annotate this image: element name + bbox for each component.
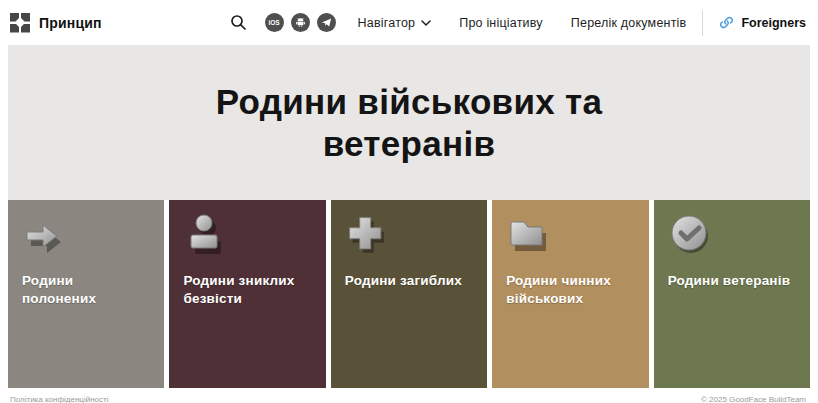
- link-icon: [719, 15, 734, 30]
- card-families-of-missing[interactable]: Родини зниклих безвісти: [169, 200, 325, 388]
- ios-badge-label: iOS: [268, 19, 279, 26]
- card-families-of-veterans[interactable]: Родини ветеранів: [654, 200, 810, 388]
- page-title: Родини військових та ветеранів: [144, 81, 674, 164]
- android-app-badge[interactable]: [291, 13, 310, 32]
- hero-section: Родини військових та ветеранів: [8, 45, 810, 200]
- card-families-of-fallen[interactable]: Родини загиблих: [331, 200, 487, 388]
- logo-squares-icon: [10, 13, 30, 33]
- foreigners-label: Foreigners: [741, 16, 806, 30]
- brand-logo[interactable]: Принцип: [10, 13, 102, 33]
- footer: Політика конфіденційності © 2025 GoodFac…: [0, 388, 818, 403]
- privacy-policy-link[interactable]: Політика конфіденційності: [10, 395, 108, 403]
- arrow-right-icon: [22, 213, 66, 257]
- main-nav: Навігатор Про ініціативу Перелік докумен…: [358, 16, 687, 30]
- card-label: Родини загиблих: [345, 272, 471, 290]
- folder-icon: [506, 213, 550, 257]
- nav-navigator-label: Навігатор: [358, 16, 416, 30]
- nav-navigator[interactable]: Навігатор: [358, 16, 432, 30]
- telegram-app-badge[interactable]: [317, 13, 336, 32]
- app-badges: iOS: [265, 13, 336, 32]
- android-icon: [295, 17, 306, 28]
- ios-app-badge[interactable]: iOS: [265, 13, 284, 32]
- nav-about[interactable]: Про ініціативу: [459, 16, 543, 30]
- copyright-text: © 2025 GoodFace BuildTeam: [701, 395, 806, 403]
- search-button[interactable]: [230, 14, 247, 31]
- person-icon: [183, 213, 227, 257]
- card-label: Родини полонених: [22, 272, 148, 307]
- check-icon: [668, 213, 712, 257]
- chevron-down-icon: [421, 20, 431, 26]
- header: Принцип iOS: [0, 0, 818, 45]
- nav-documents[interactable]: Перелік документів: [571, 16, 687, 30]
- foreigners-link[interactable]: Foreigners: [719, 15, 806, 30]
- search-icon: [230, 14, 247, 31]
- brand-name: Принцип: [39, 15, 102, 31]
- cross-icon: [345, 213, 389, 257]
- nav-documents-label: Перелік документів: [571, 16, 687, 30]
- card-families-of-active-military[interactable]: Родини чинних військових: [492, 200, 648, 388]
- header-divider: [702, 10, 703, 36]
- category-cards: Родини полонених Родини зниклих безвісти…: [8, 200, 810, 388]
- nav-about-label: Про ініціативу: [459, 16, 543, 30]
- card-label: Родини зниклих безвісти: [183, 272, 309, 307]
- card-families-of-prisoners[interactable]: Родини полонених: [8, 200, 164, 388]
- card-label: Родини ветеранів: [668, 272, 794, 290]
- card-label: Родини чинних військових: [506, 272, 632, 307]
- telegram-icon: [321, 17, 332, 28]
